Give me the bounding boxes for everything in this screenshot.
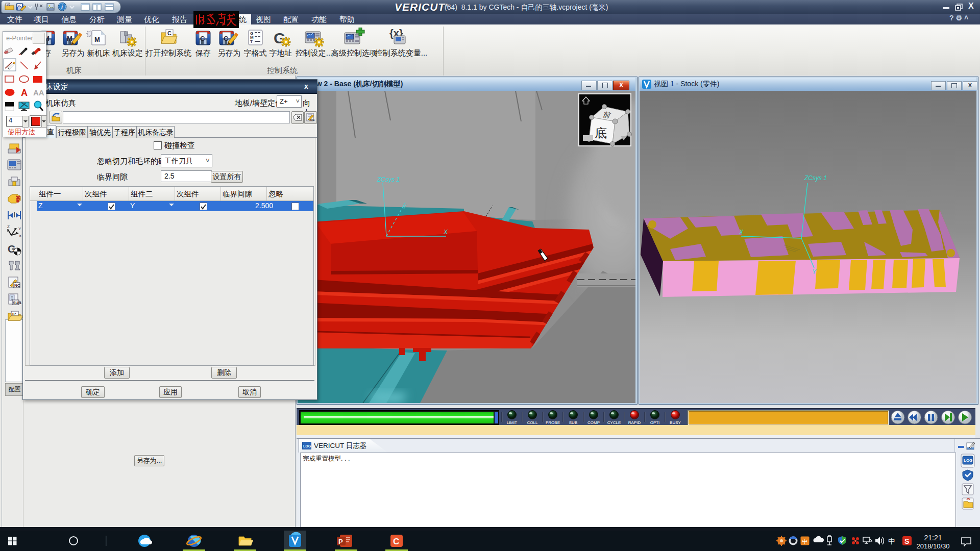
svg-text:S: S	[904, 537, 909, 545]
svg-text:SUB: SUB	[569, 420, 577, 425]
svg-text:RAPID: RAPID	[628, 420, 641, 425]
svg-text:IP: IP	[12, 312, 16, 316]
svg-text:Y: Y	[18, 227, 21, 231]
svg-text:ZCsys 1: ZCsys 1	[804, 174, 827, 182]
svg-text:C: C	[167, 30, 172, 36]
svg-text:SUB: SUB	[13, 300, 21, 305]
svg-text:AA: AA	[33, 88, 44, 97]
svg-text:COLL: COLL	[527, 420, 538, 425]
svg-text:Z: Z	[7, 224, 10, 229]
svg-text:C: C	[224, 35, 229, 42]
svg-text:CYCLE: CYCLE	[607, 420, 621, 425]
svg-text:T: T	[250, 39, 253, 44]
svg-text:X: X	[443, 229, 448, 236]
svg-text:Y: Y	[402, 204, 407, 211]
svg-text:VC: VC	[7, 3, 10, 6]
svg-text:NC: NC	[14, 283, 20, 288]
svg-text:C: C	[393, 537, 399, 546]
svg-text:A: A	[21, 88, 28, 98]
svg-text:BUSY: BUSY	[670, 420, 681, 425]
svg-text:中: 中	[802, 538, 807, 544]
svg-text:Y: Y	[812, 268, 817, 276]
svg-text:X: X	[739, 229, 744, 236]
svg-text:LOG: LOG	[964, 458, 972, 463]
svg-text:中: 中	[888, 537, 895, 545]
svg-text:C: C	[200, 35, 205, 42]
svg-text:VC: VC	[18, 4, 21, 7]
svg-text:X: X	[19, 234, 22, 238]
svg-text:M: M	[94, 36, 100, 43]
svg-text:PROBE: PROBE	[546, 420, 560, 425]
svg-text:COMP: COMP	[587, 420, 600, 425]
svg-text:OPTI: OPTI	[650, 420, 660, 425]
svg-text:M: M	[67, 35, 72, 42]
svg-text:LIMIT: LIMIT	[507, 420, 518, 425]
svg-text:ZCsys 1: ZCsys 1	[377, 176, 400, 183]
svg-text:NC: NC	[310, 118, 315, 121]
svg-text:底: 底	[595, 126, 607, 140]
svg-text:P: P	[338, 538, 343, 545]
svg-text:LOG: LOG	[303, 444, 311, 448]
